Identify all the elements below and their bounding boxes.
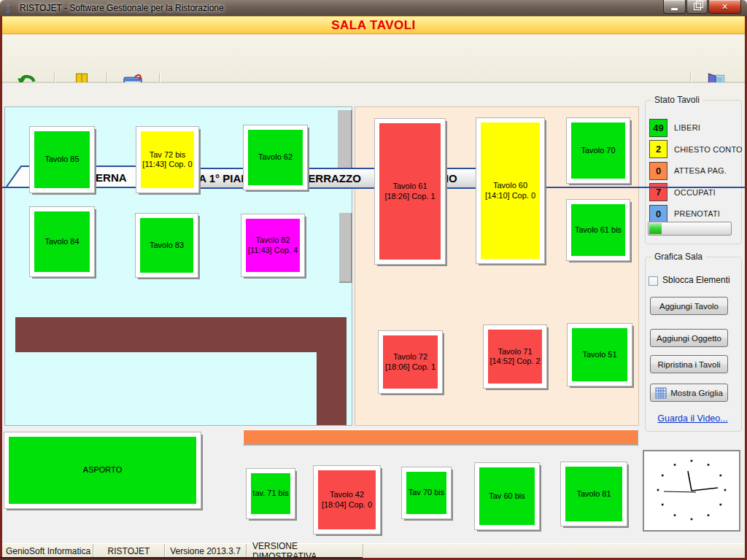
button-label: Mostra Griglia [670,389,723,397]
status-label: PRENOTATI [674,209,720,218]
table-surface: Tavolo 71[14:52] Cop. 2 [488,330,542,384]
table-tav-60-bis[interactable]: Tav 60 bis [474,462,540,530]
window-title: RISTOJET - Software Gestionale per la Ri… [20,3,224,13]
table-surface: Tavolo 42[18:04] Cop. 0 [318,470,376,529]
table-info: [14:10] Cop. 0 [485,191,535,201]
table-surface: Tavolo 61 bis [571,204,625,256]
status-groupbox-title: Stato Tavoli [651,95,703,105]
table-info: [18:26] Cop. 1 [384,192,435,202]
occupancy-progressbar [648,222,732,236]
table-surface: Tavolo 81 [565,467,622,521]
table-info: [11:43] Cop. 0 [142,160,192,170]
add-object-button[interactable]: Aggiungi Oggetto [650,329,728,347]
table-tavolo-72[interactable]: Tavolo 72[18:06] Cop. 1 [378,330,443,394]
wall-brown [317,351,347,425]
table-tavolo-62[interactable]: Tavolo 62 [243,125,308,190]
table-tavolo-51[interactable]: Tavolo 51 [567,323,632,386]
statusbar-cell: Versione 2013.3.7 [165,544,247,558]
table-tavolo-81[interactable]: Tavolo 81 [560,462,627,526]
counter-bar [243,429,638,446]
table-tavolo-85[interactable]: Tavolo 85 [29,126,95,193]
clock-dot [674,464,676,466]
clock-minute-hand [692,488,718,491]
status-row-liberi: 49LIBERI [649,118,741,137]
status-count-badge: 49 [649,119,667,137]
button-label: Aggiungi Tavolo [659,302,719,311]
table-tavolo-83[interactable]: Tavolo 83 [135,213,198,278]
status-row-attesa-pag: 0ATTESA PAG. [649,161,741,180]
unlock-elements-label: Sblocca Elementi [662,275,730,285]
table-tavolo-42[interactable]: Tavolo 42[18:04] Cop. 0 [313,465,381,534]
table-surface: Tavolo 70 [571,122,625,179]
wall-divider [339,213,352,283]
minimize-icon [671,8,678,10]
show-grid-button[interactable]: Mostra Griglia [650,384,728,402]
table-tavolo-82[interactable]: Tavolo 82[11:43] Cop. 4 [241,214,305,277]
status-label: ATTESA PAG. [674,166,727,175]
restore-tables-button[interactable]: Ripristina i Tavoli [650,355,728,373]
table-asporto[interactable]: ASPORTO [4,432,201,509]
table-surface: Tavolo 62 [248,130,303,185]
table-label: Tavolo 81 [576,489,611,499]
clock-dot [662,475,664,477]
table-label: Tav 60 bis [489,491,525,502]
clock-dot [708,464,710,466]
grid-icon [655,387,667,399]
statusbar-cell: VERSIONE DIMOSTRATIVA [247,544,363,558]
table-surface: Tavolo 83 [140,218,193,273]
table-tavolo-60[interactable]: Tavolo 60[14:10] Cop. 0 [476,117,545,264]
status-label: LIBERI [674,123,700,132]
window-border [0,557,363,559]
status-row-prenotati: 0PRENOTATI [649,204,741,223]
table-label: Tavolo 42 [330,490,364,500]
table-label: Tavolo 83 [150,241,184,251]
status-label: CHIESTO CONTO [674,145,743,154]
table-info: [18:06] Cop. 1 [385,362,436,373]
table-surface: tav. 71 bis [251,473,290,514]
clock-hour-hand [688,471,692,491]
graphics-groupbox-title: Grafica Sala [651,252,705,262]
clock-dot [691,518,693,521]
status-count-badge: 0 [649,205,667,223]
wall-brown [15,317,347,352]
page-title: SALA TAVOLI [331,18,416,33]
table-surface: ASPORTO [9,437,196,504]
table-tav-71-bis[interactable]: tav. 71 bis [246,468,295,519]
button-label: Aggiungi Oggetto [657,334,721,343]
table-label: Tavolo 51 [582,350,616,360]
table-tavolo-61-bis[interactable]: Tavolo 61 bis [566,199,630,261]
table-surface: Tavolo 51 [572,328,627,381]
table-surface: Tav 70 bis [406,472,446,514]
clock-dot [708,514,710,516]
close-button[interactable]: ✕ [708,0,741,14]
close-icon: ✕ [721,0,728,13]
restore-icon [694,3,701,10]
table-label: Tavolo 71 [498,347,532,357]
table-tavolo-61[interactable]: Tavolo 61[18:26] Cop. 1 [374,118,446,265]
occupancy-progress-fill [649,223,662,234]
clock-dot [674,514,676,516]
table-surface: Tavolo 84 [34,211,90,272]
status-row-occupati: 7OCCUPATI [649,183,741,202]
table-surface: Tav 60 bis [479,467,535,525]
status-legend: 49LIBERI2CHIESTO CONTO0ATTESA PAG.7OCCUP… [649,118,741,226]
table-label: Tavolo 60 [493,181,527,191]
table-surface: Tavolo 61[18:26] Cop. 1 [379,123,441,260]
table-tavolo-71[interactable]: Tavolo 71[14:52] Cop. 2 [483,324,547,389]
table-tav-70-bis[interactable]: Tav 70 bis [401,467,452,519]
minimize-button[interactable] [663,0,686,14]
add-table-button[interactable]: Aggiungi Tavolo [650,297,728,315]
analog-clock [643,450,740,532]
restore-button[interactable] [686,0,708,14]
status-bar: GenioSoft Informatica RISTOJET Versione … [0,543,747,558]
title-bar: RISTOJET - Software Gestionale per la Ri… [0,0,747,16]
watch-video-link[interactable]: Guarda il Video... [645,413,740,424]
table-tavolo-70[interactable]: Tavolo 70 [566,117,630,184]
unlock-elements-checkbox[interactable] [649,276,658,286]
table-label: Tavolo 61 bis [575,225,622,236]
table-tavolo-84[interactable]: Tavolo 84 [29,206,95,277]
app-window: RISTOJET - Software Gestionale per la Ri… [0,0,747,560]
window-border [0,16,2,560]
table-tav-72-bis[interactable]: Tav 72 bis[11:43] Cop. 0 [136,126,199,193]
clock-dot [657,489,659,491]
